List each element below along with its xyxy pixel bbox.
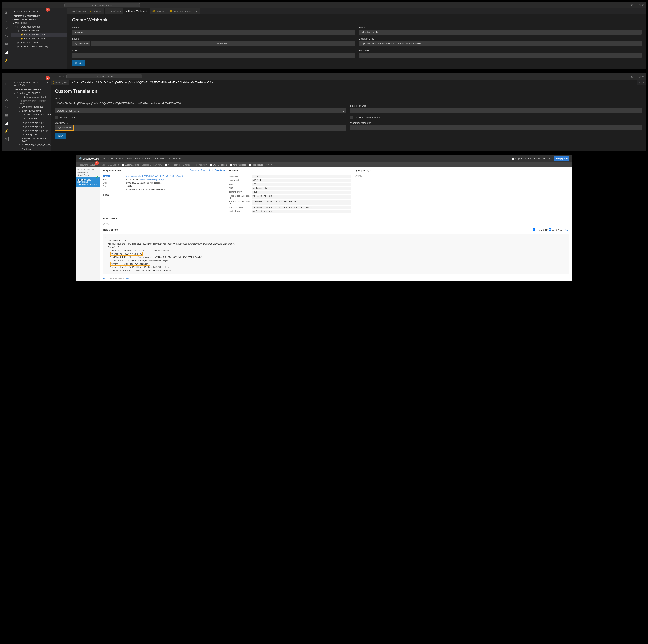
login-button[interactable]: ➜ Login <box>543 157 551 160</box>
layout-panel-icon[interactable]: ▭ <box>635 4 637 7</box>
file-item[interactable]: 733809_HARMONICA-2010.d... <box>22 137 49 142</box>
aps-extension-icon[interactable]: ◢ <box>4 50 8 54</box>
raw-content-link[interactable]: Raw content <box>201 169 213 171</box>
generate-master-views-checkbox[interactable] <box>350 116 353 119</box>
git-icon[interactable]: ⎇ <box>4 26 9 31</box>
back-arrow-icon[interactable]: ← <box>58 75 61 78</box>
event-input[interactable]: extraction.finished <box>359 30 642 35</box>
edit-button[interactable]: ✎ Edit <box>525 157 531 160</box>
auto-navigate-checkbox[interactable] <box>230 164 232 166</box>
chevron-down-icon[interactable]: ⌄ <box>12 89 14 91</box>
switch-loader-checkbox[interactable] <box>55 116 58 119</box>
sub-alias[interactable]: Alias <box>90 164 95 166</box>
extensions-icon[interactable]: ⊞ <box>4 113 9 118</box>
tree-model-derivative[interactable]: Model Derivative <box>22 29 40 32</box>
host-lookup-links[interactable]: Whois Shodan Netify Censys <box>140 178 164 180</box>
layout-secondary-icon[interactable]: ◨ <box>638 75 641 78</box>
request-url[interactable]: https://webhook.site/744d06b2-f7c1-4822-… <box>126 175 225 177</box>
filter-input[interactable] <box>72 53 355 58</box>
file-item[interactable]: 00-fusion-model-b.ipt <box>23 96 46 99</box>
sub-csv-export[interactable]: CSV Export <box>108 164 119 166</box>
tree-extraction-updated[interactable]: Extraction Updated <box>24 37 45 40</box>
file-item[interactable]: 00-fusion-model.ipt <box>22 105 43 108</box>
nav-webhookscript[interactable]: WebhookScript <box>135 157 150 160</box>
customize-layout-icon[interactable]: ⊞ <box>642 4 644 7</box>
debug-icon[interactable]: ▷ <box>4 34 9 39</box>
search-side-icon[interactable]: ⌕ <box>4 18 9 22</box>
xhr-redirect-checkbox[interactable] <box>165 164 167 166</box>
tree-data-management[interactable]: Data Management <box>21 25 41 28</box>
more-icon[interactable]: ⋯ <box>642 81 645 84</box>
tree-fusion-lifecycle[interactable]: Fusion Lifecycle <box>21 41 39 44</box>
pager-first[interactable]: First <box>103 277 107 280</box>
close-icon[interactable]: × <box>212 81 213 84</box>
layout-primary-icon[interactable]: ◧ <box>631 75 633 78</box>
tab-custom-translation[interactable]: ≡Custom Translation: dXJuOmFkc2sub2JqZWN… <box>69 79 637 85</box>
copy-menu[interactable]: 📋 Copy ▾ <box>512 157 522 160</box>
chevron-down-icon[interactable]: ⌄ <box>12 22 14 24</box>
search-side-icon[interactable]: ⌕ <box>4 89 9 94</box>
close-icon[interactable]: × <box>146 10 147 12</box>
chevron-right-icon[interactable]: › <box>12 19 13 21</box>
file-item[interactable]: Alert.dwfx <box>22 148 33 151</box>
nav-docs[interactable]: Docs & API <box>102 157 113 160</box>
hide-details-checkbox[interactable] <box>249 164 251 166</box>
git-icon[interactable]: ⎇ <box>4 97 9 102</box>
sub-schedule[interactable]: ...ule <box>101 164 105 166</box>
nav-terms[interactable]: Terms & Privacy <box>153 157 170 160</box>
copy-raw-link[interactable]: Copy <box>564 229 570 231</box>
cors-headers-checkbox[interactable] <box>210 164 212 166</box>
create-button[interactable]: Create <box>72 60 86 66</box>
export-as-link[interactable]: Export as ▾ <box>215 169 225 171</box>
workflow-id-input[interactable]: myworkflowid <box>55 125 73 130</box>
more-icon[interactable]: ⋯ <box>46 81 48 86</box>
callback-input[interactable]: https://webhook.site/744d06b2-f7c1-4822-… <box>359 41 642 46</box>
more-icon[interactable]: ⋯ <box>642 10 645 12</box>
permalink-link[interactable]: Permalink <box>190 169 199 171</box>
sub-settings2[interactable]: Settings... <box>183 164 192 166</box>
custom-actions-checkbox[interactable] <box>121 164 124 166</box>
file-item[interactable]: 1344463999.dwg <box>22 109 41 112</box>
start-button[interactable]: Start <box>55 133 66 139</box>
tab-package-json[interactable]: {}package.json <box>67 8 88 14</box>
file-item[interactable]: 2CylinderEngine.gltf.zip <box>22 129 48 132</box>
split-icon[interactable]: ◨ <box>638 81 641 84</box>
tab-create-webhook[interactable]: ≡Create Webhook × <box>123 8 150 14</box>
tab-launch-json[interactable]: {}launch.json <box>105 8 123 14</box>
pager-next[interactable]: Next → <box>117 277 124 280</box>
new-button[interactable]: + New <box>534 157 540 160</box>
tree-revit-cloud[interactable]: Revit Cloud Worksharing <box>21 45 48 48</box>
nav-support[interactable]: Support <box>173 157 181 160</box>
tab-launch-json[interactable]: {}launch.json <box>51 79 69 85</box>
file-item[interactable]: 22031570.dwf <box>22 117 37 120</box>
forward-arrow-icon[interactable]: → <box>62 75 64 78</box>
tab-oauth-js[interactable]: JSoauth.js <box>88 8 105 14</box>
bucket-folder[interactable]: adam_201903072 <box>20 92 40 95</box>
pager-prev[interactable]: ← Prev <box>110 277 117 280</box>
sort-newest[interactable]: Newest First <box>77 171 99 174</box>
thunder-icon[interactable]: ⚡ <box>4 58 9 62</box>
layout-panel-icon[interactable]: ▭ <box>635 75 637 78</box>
section-webhooks[interactable]: WEBHOOKS <box>15 22 27 24</box>
tree-extraction-finished[interactable]: Extraction Finished <box>24 33 45 36</box>
debug-icon[interactable]: ▷ <box>4 105 9 110</box>
workflow-attrs-input[interactable] <box>350 125 642 130</box>
layout-primary-icon[interactable]: ◧ <box>631 4 633 7</box>
back-arrow-icon[interactable]: ← <box>57 4 59 7</box>
aps-extension-icon[interactable]: ◢ <box>4 121 8 125</box>
section-buckets[interactable]: BUCKETS & DERIVATIVES <box>14 15 40 17</box>
section-hubs[interactable]: HUBS & DERIVATIVES <box>14 18 36 21</box>
attributes-input[interactable] <box>359 53 642 58</box>
extensions-icon[interactable]: ⊞ <box>4 42 9 46</box>
scope-input[interactable]: myworkflowid <box>72 41 91 46</box>
file-item[interactable]: 2CylinderEngine.glb <box>22 121 44 124</box>
explorer-icon[interactable]: 🗎 <box>4 81 9 86</box>
sub-settings[interactable]: Settings... <box>142 164 151 166</box>
thunder-icon[interactable]: ⚡ <box>4 129 9 133</box>
system-input[interactable]: derivative <box>72 30 355 35</box>
command-search[interactable]: ⌕ aps-buckets-tools <box>64 3 140 7</box>
sub-more[interactable]: More ▾ <box>265 164 272 166</box>
explorer-icon[interactable]: 🗎 <box>4 10 9 15</box>
file-item[interactable]: 2D Boekje.pdf <box>22 133 37 136</box>
sub-redirect-now[interactable]: Redirect Now <box>195 164 207 166</box>
